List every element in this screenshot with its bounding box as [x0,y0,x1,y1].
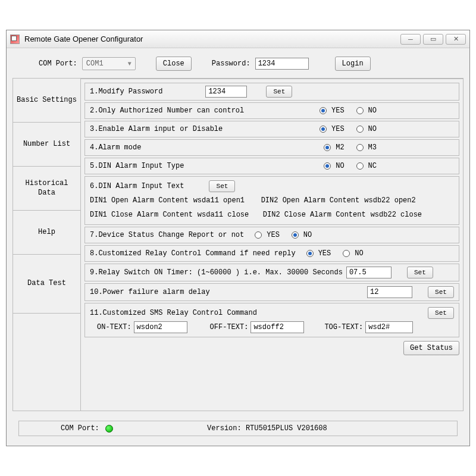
tab-basic-settings[interactable]: Basic Settings [12,78,80,123]
connection-bar: COM Port: COM1 ▼ Close Password: Login [12,53,464,78]
enable-alarm-label: 3.Enable Alarm input or Disable [90,125,223,133]
status-report-no-radio[interactable] [292,231,299,239]
on-text-input[interactable] [134,321,187,333]
authorized-only-label: 2.Only Authorized Number can control [90,107,244,115]
row-enable-alarm: 3.Enable Alarm input or Disable YES NO [84,121,459,137]
on-text-label: ON-TEXT: [97,323,131,331]
din-type-nc-radio[interactable] [356,162,364,170]
row-power-fail: 10.Power failure alarm delay Set [84,283,459,301]
close-port-button[interactable]: Close [156,57,192,71]
relay-reply-yes-radio[interactable] [306,250,314,257]
modify-password-set-button[interactable]: Set [266,86,292,98]
power-fail-label: 10.Power failure alarm delay [90,288,210,296]
alarm-mode-m2-label: M2 [336,143,344,152]
status-report-label: 7.Device Status Change Report or not [90,231,244,239]
power-fail-input[interactable] [367,286,412,298]
password-input[interactable] [255,58,309,70]
tab-data-test[interactable]: Data Test [12,254,80,314]
relay-reply-label: 8.Customized Relay Control Command if ne… [90,249,296,258]
authorized-yes-radio[interactable] [320,107,327,114]
version-label: Version: RTU5015PLUS V201608 [207,424,327,433]
row-din-type: 5.DIN Alarm Input Type NO NC [84,158,459,174]
com-port-select[interactable]: COM1 ▼ [82,57,136,70]
alarm-mode-label: 4.Alarm mode [90,143,141,152]
din1-open-input[interactable] [191,195,249,206]
status-report-no-label: NO [303,231,312,239]
row-relay-timer: 9.Relay Switch ON Timer: (1~60000 ) i.e.… [84,264,459,281]
relay-timer-set-button[interactable]: Set [407,267,433,278]
relay-reply-no-label: NO [355,249,363,258]
power-fail-set-button[interactable]: Set [428,286,454,298]
row-authorized-only: 2.Only Authorized Number can control YES… [84,102,459,119]
row-alarm-mode: 4.Alarm mode M2 M3 [84,139,459,156]
off-text-input[interactable] [250,321,304,333]
din2-close-label: DIN2 Close Alarm Content [263,211,366,219]
authorized-no-radio[interactable] [356,107,364,114]
tab-number-list[interactable]: Number List [12,122,80,167]
login-button[interactable]: Login [335,57,371,71]
status-report-yes-label: YES [267,231,280,239]
row-sms-command: 11.Customized SMS Relay Control Command … [84,303,459,337]
authorized-no-label: NO [368,107,377,115]
din-type-nc-label: NC [368,162,377,170]
sms-command-set-button[interactable]: Set [428,307,454,319]
enable-alarm-yes-label: YES [331,125,345,133]
tog-text-input[interactable] [365,321,413,333]
com-port-value: COM1 [86,60,104,68]
relay-timer-label: 9.Relay Switch ON Timer: (1~60000 ) i.e.… [90,268,343,277]
din1-close-label: DIN1 Close Alarm Content [90,211,193,219]
close-window-button[interactable]: ✕ [446,34,466,45]
din-text-set-button[interactable]: Set [209,180,235,192]
din2-close-input[interactable] [368,209,424,221]
din2-open-input[interactable] [362,195,420,206]
din-text-label: 6.DIN Alarm Input Text [90,182,184,190]
alarm-mode-m3-label: M3 [368,143,377,152]
modify-password-label: 1.Modify Password [90,87,162,96]
side-tabs: Basic Settings Number List Historical Da… [12,79,80,411]
relay-timer-input[interactable] [346,267,392,278]
chevron-down-icon: ▼ [128,61,131,67]
din1-close-input[interactable] [195,209,251,221]
relay-reply-yes-label: YES [318,249,331,258]
din1-open-label: DIN1 Open Alarm Content [90,196,189,205]
window-title: Remote Gate Opener Configurator [24,35,398,43]
com-status-led-icon [105,425,113,433]
row-relay-reply: 8.Customized Relay Control Command if ne… [84,245,459,262]
tab-help[interactable]: Help [12,210,80,255]
status-com-label: COM Port: [61,424,99,433]
row-modify-password: 1.Modify Password Set [84,83,459,101]
enable-alarm-no-label: NO [368,125,377,133]
tabs-filler [12,314,80,411]
get-status-button[interactable]: Get Status [403,341,459,355]
din-type-no-label: NO [336,162,344,170]
status-bar: COM Port: Version: RTU5015PLUS V201608 [18,421,458,436]
settings-panel: 1.Modify Password Set 2.Only Authorized … [80,79,464,411]
din2-open-label: DIN2 Open Alarm Content [261,196,360,205]
modify-password-input[interactable] [205,86,247,98]
din-type-label: 5.DIN Alarm Input Type [90,162,184,170]
enable-alarm-no-radio[interactable] [356,126,364,133]
app-window: Remote Gate Opener Configurator ─ ▭ ✕ CO… [6,30,470,446]
sms-command-label: 11.Customized SMS Relay Control Command [90,309,257,317]
alarm-mode-m2-radio[interactable] [324,144,331,151]
enable-alarm-yes-radio[interactable] [320,126,327,133]
tog-text-label: TOG-TEXT: [324,323,363,331]
app-icon [10,35,20,44]
maximize-button[interactable]: ▭ [423,34,443,45]
authorized-yes-label: YES [331,107,345,115]
tab-historical-data[interactable]: Historical Data [12,166,80,211]
com-port-label: COM Port: [39,60,77,68]
minimize-button[interactable]: ─ [400,34,421,45]
titlebar: Remote Gate Opener Configurator ─ ▭ ✕ [7,30,469,48]
relay-reply-no-radio[interactable] [343,250,350,257]
row-status-report: 7.Device Status Change Report or not YES… [84,227,459,243]
password-label: Password: [212,60,250,68]
status-report-yes-radio[interactable] [255,231,262,239]
row-din-text: 6.DIN Alarm Input Text Set DIN1 Open Ala… [84,176,459,225]
off-text-label: OFF-TEXT: [210,323,249,331]
alarm-mode-m3-radio[interactable] [356,144,364,151]
din-type-no-radio[interactable] [324,162,331,170]
